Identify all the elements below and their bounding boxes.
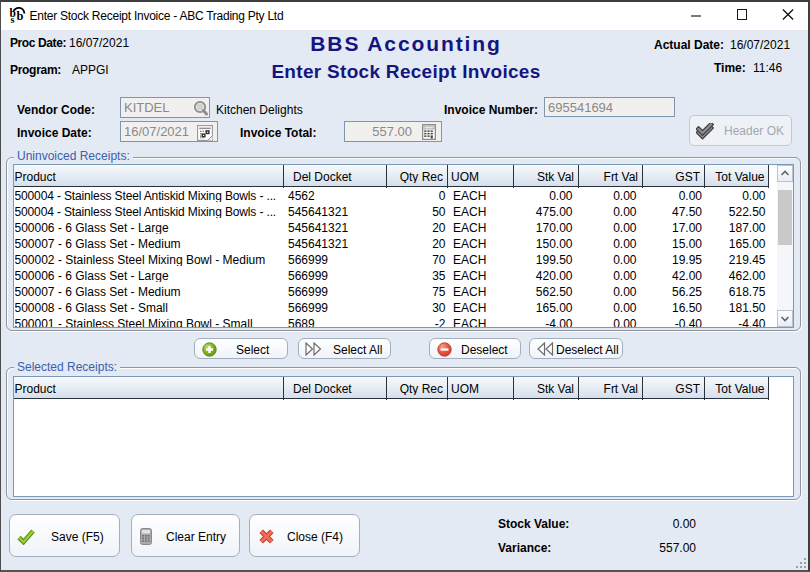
svg-text:b: b: [17, 9, 24, 23]
svg-text:s: s: [11, 14, 15, 24]
